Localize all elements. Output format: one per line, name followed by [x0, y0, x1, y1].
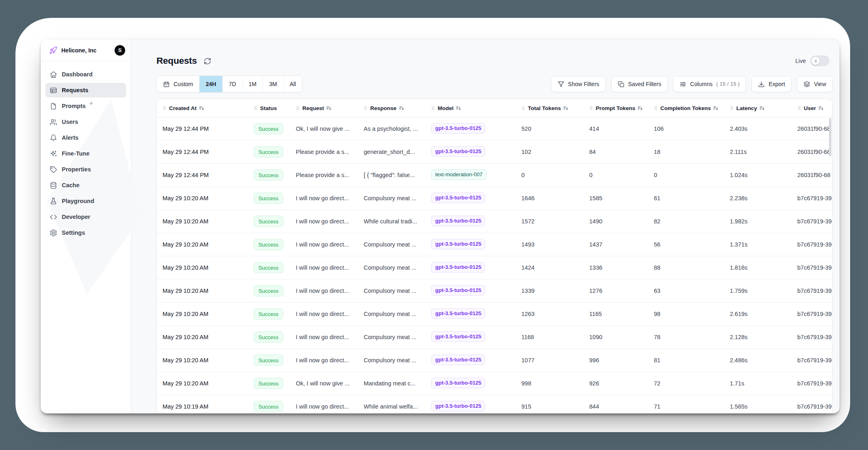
table-row[interactable]: May 29 10:20 AMSuccessI will now go dire… [157, 279, 833, 303]
refresh-button[interactable] [203, 56, 212, 66]
time-range-selector: Custom24H7D1M3MAll [156, 76, 302, 93]
cell-total-tokens: 520 [516, 117, 584, 141]
cell-total-tokens: 1646 [516, 187, 584, 210]
cell-prompt-tokens: 1490 [584, 210, 648, 233]
time-range-all[interactable]: All [283, 76, 302, 92]
cell-user: b7c67919-39 [792, 303, 833, 326]
column-header-request[interactable]: Request [290, 99, 358, 117]
sort-icon [759, 105, 765, 111]
table-row[interactable]: May 29 10:19 AMSuccessI will now go dire… [157, 395, 833, 414]
bell-icon [50, 134, 57, 142]
column-header-prompt_tokens[interactable]: Prompt Tokens [584, 99, 648, 117]
sidebar-item-properties[interactable]: Properties [46, 162, 126, 177]
sidebar-item-label: Developer [62, 214, 90, 220]
avatar[interactable]: S [115, 45, 125, 56]
copy-icon [618, 81, 625, 88]
sidebar-item-dashboard[interactable]: Dashboard [46, 67, 126, 82]
time-range-custom[interactable]: Custom [157, 76, 199, 92]
cell-user: b7c67919-39 [792, 256, 833, 279]
column-header-latency[interactable]: Latency [724, 99, 792, 117]
saved-filters-button[interactable]: Saved Filters [611, 76, 668, 92]
download-icon [758, 81, 765, 88]
sidebar-item-settings[interactable]: Settings [46, 225, 126, 240]
sidebar-item-label: Requests [62, 87, 88, 93]
sidebar-item-prompts[interactable]: Prompts [46, 99, 126, 113]
column-label: Completion Tokens [660, 105, 711, 111]
model-badge: gpt-3.5-turbo-0125 [431, 262, 485, 273]
main-content: Requests Live Cust [131, 39, 840, 413]
cell-prompt-tokens: 1437 [584, 233, 648, 256]
sidebar-item-label: Users [62, 119, 78, 125]
cell-user: 26031f90-68 [792, 141, 833, 164]
table-row[interactable]: May 29 10:20 AMSuccessI will now go dire… [157, 210, 833, 233]
sidebar-item-label: Properties [62, 166, 91, 173]
table-row[interactable]: May 29 12:44 PMSuccessPlease provide a s… [157, 141, 833, 164]
table-row[interactable]: May 29 10:20 AMSuccessI will now go dire… [157, 233, 833, 256]
cell-status: Success [248, 256, 290, 279]
sidebar-item-cache[interactable]: Cache [46, 178, 126, 193]
status-badge: Success [254, 378, 283, 389]
column-label: Latency [736, 105, 757, 111]
column-header-user[interactable]: User [792, 99, 833, 117]
export-button[interactable]: Export [751, 76, 791, 92]
table-scrollbar-thumb[interactable] [829, 118, 831, 156]
time-range-24h[interactable]: 24H [199, 76, 222, 92]
table-row[interactable]: May 29 10:20 AMSuccessOk, I will now giv… [157, 372, 833, 395]
column-header-total_tokens[interactable]: Total Tokens [516, 99, 584, 117]
column-header-status[interactable]: Status [248, 99, 290, 117]
time-range-3m[interactable]: 3M [263, 76, 283, 92]
time-range-label: 24H [206, 81, 216, 87]
cell-total-tokens: 1493 [516, 233, 584, 256]
cell-prompt-tokens: 1336 [584, 256, 648, 279]
cell-request: I will now go direct... [290, 326, 358, 349]
sidebar-item-users[interactable]: Users [46, 115, 126, 129]
sidebar-item-developer[interactable]: Developer [46, 210, 126, 224]
cell-request: Ok, I will now give ... [290, 117, 358, 141]
sidebar-item-playground[interactable]: Playground [46, 194, 126, 208]
cell-completion-tokens: 0 [648, 164, 724, 187]
cell-prompt-tokens: 996 [584, 349, 648, 372]
cell-status: Success [248, 372, 290, 395]
sidebar-item-requests[interactable]: Requests [46, 83, 126, 97]
button-label: Saved Filters [628, 81, 662, 87]
column-header-response[interactable]: Response [358, 99, 425, 117]
model-badge: gpt-3.5-turbo-0125 [431, 285, 485, 296]
table-row[interactable]: May 29 10:20 AMSuccessI will now go dire… [157, 303, 833, 326]
cell-completion-tokens: 63 [648, 279, 724, 303]
cell-model: gpt-3.5-turbo-0125 [425, 210, 516, 233]
cell-latency: 1.982s [724, 210, 792, 233]
cell-request: I will now go direct... [290, 256, 358, 279]
table-row[interactable]: May 29 10:20 AMSuccessI will now go dire… [157, 187, 833, 210]
live-toggle[interactable] [810, 56, 829, 66]
sidebar-item-alerts[interactable]: Alerts [46, 130, 126, 145]
columns-button[interactable]: Columns( 15 / 15 ) [673, 76, 746, 92]
table-row[interactable]: May 29 12:44 PMSuccessPlease provide a s… [157, 164, 833, 187]
column-header-completion_tokens[interactable]: Completion Tokens [648, 99, 724, 117]
table-row[interactable]: May 29 12:44 PMSuccessOk, I will now giv… [157, 117, 833, 141]
sidebar-nav: DashboardRequestsPromptsUsersAlertsFine-… [41, 61, 131, 246]
status-badge: Success [254, 308, 283, 320]
cell-latency: 2.403s [724, 117, 792, 141]
time-range-1m[interactable]: 1M [242, 76, 263, 92]
sidebar-item-fine-tune[interactable]: Fine-Tune [46, 146, 126, 161]
view-button[interactable]: View [797, 76, 833, 92]
sort-icon [818, 105, 824, 111]
table-row[interactable]: May 29 10:20 AMSuccessI will now go dire… [157, 349, 833, 372]
table-row[interactable]: May 29 10:20 AMSuccessI will now go dire… [157, 326, 833, 349]
cell-completion-tokens: 88 [648, 256, 724, 279]
sidebar-item-label: Alerts [62, 134, 78, 141]
status-badge: Success [254, 216, 283, 227]
column-header-model[interactable]: Model [425, 99, 516, 117]
table-row[interactable]: May 29 10:20 AMSuccessI will now go dire… [157, 256, 833, 279]
cell-status: Success [248, 303, 290, 326]
cell-total-tokens: 998 [516, 372, 584, 395]
cell-completion-tokens: 72 [648, 372, 724, 395]
column-label: Created At [169, 105, 197, 111]
show-filters-button[interactable]: Show Filters [551, 76, 606, 92]
cell-prompt-tokens: 1585 [584, 187, 648, 210]
columns-count: ( 15 / 15 ) [716, 81, 740, 87]
status-badge: Success [254, 146, 283, 158]
column-header-created_at[interactable]: Created At [157, 99, 248, 117]
time-range-7d[interactable]: 7D [222, 76, 242, 92]
org-switcher[interactable]: Helicone, Inc S [41, 39, 131, 61]
